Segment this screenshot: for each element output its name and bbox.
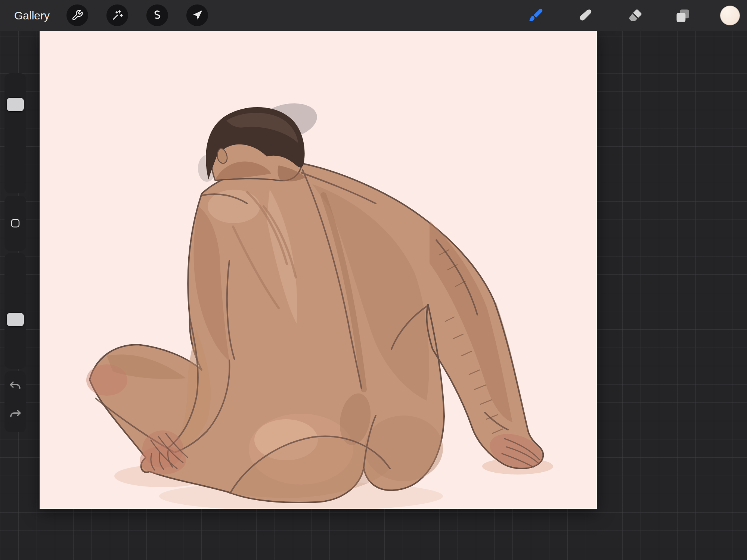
wrench-icon (71, 9, 83, 21)
gallery-button[interactable]: Gallery (14, 0, 50, 31)
paint-tool-button[interactable] (527, 7, 544, 24)
paintbrush-icon (527, 7, 544, 24)
redo-arrow-icon (9, 408, 22, 421)
figure-drawing (40, 31, 597, 509)
redo-button[interactable] (8, 407, 23, 422)
layers-icon (675, 7, 691, 24)
undo-button[interactable] (8, 379, 23, 393)
figure-head (206, 107, 306, 181)
top-toolbar: Gallery (0, 0, 747, 31)
layers-button[interactable] (674, 7, 691, 24)
drawing-canvas[interactable] (40, 31, 597, 509)
color-swatch-button[interactable] (720, 6, 740, 25)
square-outline-icon (10, 218, 21, 229)
brush-size-slider[interactable] (4, 73, 26, 193)
erase-tool-button[interactable] (627, 7, 644, 24)
transform-button[interactable] (186, 4, 208, 26)
magic-wand-icon (111, 9, 123, 21)
selection-s-icon (151, 9, 163, 21)
opacity-slider[interactable] (4, 253, 26, 369)
adjustments-button[interactable] (106, 4, 128, 26)
smudge-icon (577, 7, 594, 24)
undo-arrow-icon (9, 379, 22, 393)
modify-button[interactable] (9, 217, 22, 230)
actions-button[interactable] (66, 4, 88, 26)
brush-size-slider-handle[interactable] (7, 98, 24, 111)
smudge-tool-button[interactable] (577, 7, 594, 24)
opacity-slider-handle[interactable] (7, 313, 24, 326)
selection-button[interactable] (146, 4, 168, 26)
transform-arrow-icon (191, 9, 203, 21)
eraser-icon (627, 7, 644, 24)
